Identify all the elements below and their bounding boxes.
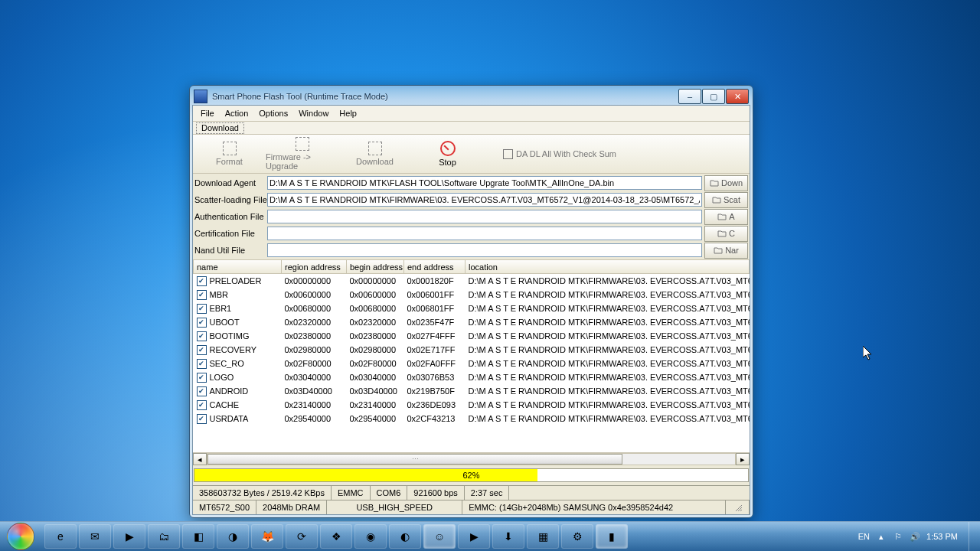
scatter-input[interactable] (267, 193, 702, 207)
task-app4[interactable]: ❖ (320, 524, 352, 549)
desktop: Smart Phone Flash Tool (Runtime Trace Mo… (0, 0, 980, 551)
tray-volume-icon[interactable]: 🔊 (910, 532, 920, 542)
table-row[interactable]: UBOOT0x023200000x023200000x0235F47FD:\M … (194, 315, 750, 329)
status-time: 2:37 sec (465, 486, 510, 500)
row-checkbox[interactable]: LOGO (197, 372, 234, 383)
maximize-button[interactable]: ▢ (702, 89, 725, 104)
row-checkbox[interactable]: SEC_RO (197, 358, 244, 370)
cert-input[interactable] (267, 227, 702, 240)
menu-window[interactable]: Window (294, 107, 333, 119)
table-row[interactable]: RECOVERY0x029800000x029800000x02E717FFD:… (194, 343, 750, 357)
row-checkbox[interactable]: ANDROID (197, 386, 249, 397)
table-row[interactable]: PRELOADER0x000000000x000000000x0001820FD… (194, 274, 750, 289)
status-row-1: 358603732 Bytes / 2519.42 KBps EMMC COM6… (193, 485, 750, 500)
show-desktop-button[interactable] (969, 522, 977, 551)
minimize-button[interactable]: – (678, 89, 701, 104)
row-checkbox[interactable]: UBOOT (197, 317, 240, 328)
tray-flag-icon[interactable]: ⚐ (893, 532, 903, 542)
task-app5[interactable]: ◐ (389, 524, 421, 549)
task-ie[interactable]: e (44, 524, 77, 549)
status-usb: USB_HIGH_SPEED (327, 500, 462, 514)
horizontal-scrollbar[interactable]: ◂ ⋯ ▸ (193, 452, 750, 465)
start-button[interactable] (0, 522, 41, 551)
task-mail[interactable]: ✉ (79, 524, 111, 549)
scroll-left-icon[interactable]: ◂ (193, 453, 207, 465)
task-explorer[interactable]: 🗂 (148, 524, 180, 549)
task-media[interactable]: ▶ (113, 524, 145, 549)
tool-format[interactable]: Format (193, 142, 266, 166)
scroll-thumb[interactable]: ⋯ (207, 454, 622, 465)
task-app9[interactable]: ▦ (527, 524, 559, 549)
status-flash: EMMC: (14Gb+2048Mb) SAMSUNG 0x4e3958524d… (462, 500, 726, 514)
task-app7[interactable]: ▶ (458, 524, 490, 549)
menu-action[interactable]: Action (220, 107, 253, 119)
menu-options[interactable]: Options (254, 107, 292, 119)
download-agent-browse[interactable]: Down (704, 175, 748, 191)
task-app1[interactable]: ◧ (182, 524, 214, 549)
scatter-label: Scatter-loading File (194, 195, 265, 204)
task-app2[interactable]: ◑ (217, 524, 249, 549)
task-app6[interactable]: ☺ (423, 524, 456, 549)
progress-label: 62% (194, 469, 748, 481)
task-app8[interactable]: ⬇ (492, 524, 524, 549)
tool-download[interactable]: Download (338, 142, 411, 166)
tray-up-icon[interactable]: ▴ (876, 532, 887, 542)
row-checkbox[interactable]: MBR (197, 289, 228, 301)
row-checkbox[interactable]: PRELOADER (197, 276, 262, 287)
col-begin[interactable]: begin address (347, 260, 404, 274)
menu-file[interactable]: File (196, 107, 219, 119)
system-tray[interactable]: EN ▴ ⚐ 🔊 1:53 PM (855, 522, 980, 551)
table-row[interactable]: EBR10x006800000x006800000x006801FFD:\M A… (194, 302, 750, 315)
tool-firmware-upgrade[interactable]: Firmware -> Upgrade (266, 137, 338, 171)
scroll-track[interactable]: ⋯ (207, 453, 736, 465)
table-row[interactable]: BOOTIMG0x023800000x023800000x027F4FFFD:\… (194, 329, 750, 343)
table-row[interactable]: CACHE0x231400000x231400000x236DE093D:\M … (194, 398, 750, 412)
status-storage: EMMC (332, 486, 371, 500)
titlebar[interactable]: Smart Phone Flash Tool (Runtime Trace Mo… (192, 88, 750, 105)
col-name[interactable]: name (194, 260, 282, 274)
col-location[interactable]: location (466, 260, 750, 274)
taskbar-apps: e ✉ ▶ 🗂 ◧ ◑ 🦊 ⟳ ❖ ◉ ◐ ☺ ▶ ⬇ ▦ ⚙ ▮ (41, 522, 631, 551)
scroll-right-icon[interactable]: ▸ (736, 453, 750, 465)
auth-label: Authentication File (194, 212, 265, 221)
row-checkbox[interactable]: CACHE (197, 399, 240, 411)
download-agent-input[interactable] (267, 176, 702, 190)
auth-input[interactable] (267, 210, 702, 223)
table-row[interactable]: MBR0x006000000x006000000x006001FFD:\M A … (194, 288, 750, 302)
menu-help[interactable]: Help (335, 107, 361, 119)
table-row[interactable]: USRDATA0x295400000x295400000x2CF43213D:\… (194, 412, 750, 425)
task-firefox[interactable]: 🦊 (251, 524, 283, 549)
folder-icon (712, 196, 721, 204)
upgrade-icon (296, 137, 309, 151)
toolbar: Format Firmware -> Upgrade Download Stop… (193, 135, 750, 174)
task-app10[interactable]: ⚙ (561, 524, 593, 549)
task-app3[interactable]: ⟳ (286, 524, 318, 549)
row-checkbox[interactable]: USRDATA (197, 413, 249, 425)
submenu-download[interactable]: Download (196, 122, 244, 134)
table-row[interactable]: ANDROID0x03D400000x03D400000x219B750FD:\… (194, 384, 750, 398)
col-region[interactable]: region address (282, 260, 347, 274)
task-spflash[interactable]: ▮ (596, 524, 628, 549)
row-checkbox[interactable]: BOOTIMG (197, 331, 250, 342)
close-button[interactable]: ✕ (726, 89, 749, 104)
tray-lang[interactable]: EN (858, 532, 870, 541)
auth-browse[interactable]: A (704, 209, 748, 225)
submenu: Download (193, 122, 750, 135)
table-row[interactable]: SEC_RO0x02F800000x02F800000x02FA0FFFD:\M… (194, 357, 750, 370)
nand-browse[interactable]: Nar (704, 243, 748, 259)
scatter-browse[interactable]: Scat (704, 192, 748, 208)
resize-grip[interactable] (726, 500, 750, 514)
cert-browse[interactable]: C (704, 226, 748, 242)
tray-clock[interactable]: 1:53 PM (926, 532, 958, 541)
task-chrome[interactable]: ◉ (354, 524, 387, 549)
checkbox-icon (503, 149, 513, 159)
da-checksum-toggle[interactable]: DA DL All With Check Sum (503, 149, 616, 159)
row-checkbox[interactable]: RECOVERY (197, 344, 257, 356)
taskbar[interactable]: e ✉ ▶ 🗂 ◧ ◑ 🦊 ⟳ ❖ ◉ ◐ ☺ ▶ ⬇ ▦ ⚙ ▮ EN ▴ ⚐… (0, 521, 980, 551)
table-row[interactable]: LOGO0x030400000x030400000x03076B53D:\M A… (194, 370, 750, 384)
row-checkbox[interactable]: EBR1 (197, 303, 232, 315)
col-end[interactable]: end address (404, 260, 466, 274)
tool-stop[interactable]: Stop (411, 141, 484, 167)
nand-input[interactable] (267, 243, 702, 257)
folder-icon (710, 179, 719, 187)
